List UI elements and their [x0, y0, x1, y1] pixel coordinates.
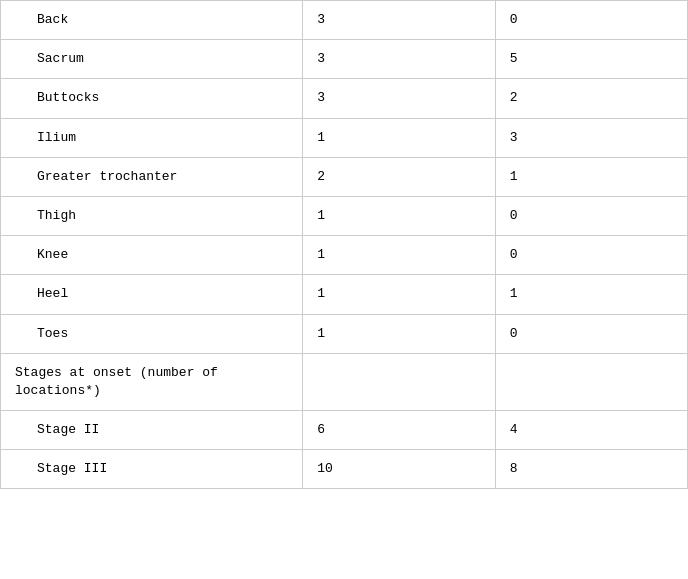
- stage-val1: 6: [303, 411, 495, 450]
- table-row: Heel11: [1, 275, 688, 314]
- row-val2: 1: [495, 275, 687, 314]
- row-val1: 1: [303, 118, 495, 157]
- row-label: Greater trochanter: [1, 157, 303, 196]
- row-label: Toes: [1, 314, 303, 353]
- row-label: Knee: [1, 236, 303, 275]
- table-row: Thigh10: [1, 196, 688, 235]
- stage-val2: 4: [495, 411, 687, 450]
- table-row: Ilium13: [1, 118, 688, 157]
- stage-header-row: Stages at onset (number of locations*): [1, 353, 688, 410]
- table-row: Sacrum35: [1, 40, 688, 79]
- row-val1: 1: [303, 196, 495, 235]
- row-val2: 2: [495, 79, 687, 118]
- main-container: Back30Sacrum35Buttocks32Ilium13Greater t…: [0, 0, 688, 579]
- row-val2: 5: [495, 40, 687, 79]
- row-label: Sacrum: [1, 40, 303, 79]
- row-val2: 0: [495, 1, 687, 40]
- row-val1: 3: [303, 1, 495, 40]
- stage-header-val1: [303, 353, 495, 410]
- row-val1: 1: [303, 236, 495, 275]
- data-table: Back30Sacrum35Buttocks32Ilium13Greater t…: [0, 0, 688, 489]
- row-val1: 1: [303, 314, 495, 353]
- row-val1: 3: [303, 40, 495, 79]
- row-val2: 0: [495, 314, 687, 353]
- table-row: Knee10: [1, 236, 688, 275]
- stage-label: Stage II: [1, 411, 303, 450]
- row-label: Back: [1, 1, 303, 40]
- row-val2: 1: [495, 157, 687, 196]
- stage-header-val2: [495, 353, 687, 410]
- row-val2: 0: [495, 196, 687, 235]
- row-label: Ilium: [1, 118, 303, 157]
- table-row: Greater trochanter21: [1, 157, 688, 196]
- stage-val1: 10: [303, 450, 495, 489]
- row-val1: 1: [303, 275, 495, 314]
- stage-header-label: Stages at onset (number of locations*): [1, 353, 303, 410]
- row-val2: 3: [495, 118, 687, 157]
- stage-row: Stage III108: [1, 450, 688, 489]
- stage-label: Stage III: [1, 450, 303, 489]
- row-label: Buttocks: [1, 79, 303, 118]
- table-row: Toes10: [1, 314, 688, 353]
- row-label: Thigh: [1, 196, 303, 235]
- stage-val2: 8: [495, 450, 687, 489]
- stage-row: Stage II64: [1, 411, 688, 450]
- row-val1: 3: [303, 79, 495, 118]
- table-row: Buttocks32: [1, 79, 688, 118]
- row-label: Heel: [1, 275, 303, 314]
- row-val2: 0: [495, 236, 687, 275]
- table-row: Back30: [1, 1, 688, 40]
- row-val1: 2: [303, 157, 495, 196]
